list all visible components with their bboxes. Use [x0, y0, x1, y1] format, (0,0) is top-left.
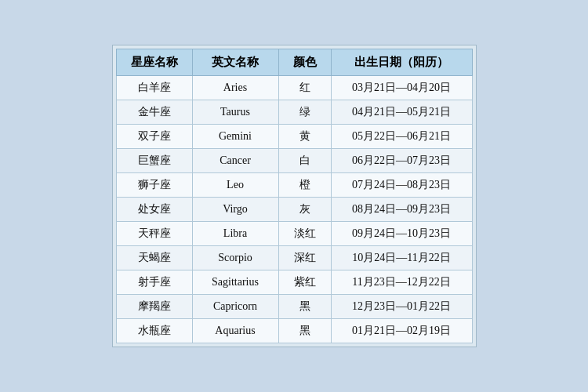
- header-english: 英文名称: [192, 49, 278, 76]
- cell-date: 11月23日—12月22日: [331, 270, 472, 295]
- header-date: 出生日期（阳历）: [331, 49, 472, 76]
- zodiac-table: 星座名称 英文名称 颜色 出生日期（阳历） 白羊座Aries红03月21日—04…: [116, 49, 473, 343]
- cell-english: Leo: [192, 173, 278, 198]
- table-row: 处女座Virgo灰08月24日—09月23日: [116, 198, 472, 222]
- cell-english: Capricorn: [192, 295, 278, 319]
- cell-chinese: 巨蟹座: [116, 149, 192, 173]
- zodiac-table-container: 星座名称 英文名称 颜色 出生日期（阳历） 白羊座Aries红03月21日—04…: [112, 45, 477, 347]
- header-chinese: 星座名称: [116, 49, 192, 76]
- cell-color: 白: [278, 149, 331, 173]
- cell-english: Scorpio: [192, 246, 278, 270]
- cell-chinese: 白羊座: [116, 76, 192, 100]
- cell-date: 09月24日—10月23日: [331, 222, 472, 246]
- table-row: 狮子座Leo橙07月24日—08月23日: [116, 173, 472, 198]
- table-row: 摩羯座Capricorn黑12月23日—01月22日: [116, 295, 472, 319]
- cell-color: 绿: [278, 100, 331, 125]
- cell-chinese: 双子座: [116, 125, 192, 149]
- cell-english: Sagittarius: [192, 270, 278, 295]
- table-row: 巨蟹座Cancer白06月22日—07月23日: [116, 149, 472, 173]
- cell-color: 红: [278, 76, 331, 100]
- cell-english: Cancer: [192, 149, 278, 173]
- table-row: 水瓶座Aquarius黑01月21日—02月19日: [116, 319, 472, 343]
- cell-chinese: 天蝎座: [116, 246, 192, 270]
- cell-date: 10月24日—11月22日: [331, 246, 472, 270]
- cell-color: 黑: [278, 295, 331, 319]
- cell-date: 06月22日—07月23日: [331, 149, 472, 173]
- cell-english: Aquarius: [192, 319, 278, 343]
- cell-color: 深红: [278, 246, 331, 270]
- cell-date: 05月22日—06月21日: [331, 125, 472, 149]
- table-row: 天蝎座Scorpio深红10月24日—11月22日: [116, 246, 472, 270]
- cell-chinese: 摩羯座: [116, 295, 192, 319]
- cell-chinese: 金牛座: [116, 100, 192, 125]
- cell-english: Gemini: [192, 125, 278, 149]
- cell-chinese: 处女座: [116, 198, 192, 222]
- cell-english: Libra: [192, 222, 278, 246]
- cell-color: 淡红: [278, 222, 331, 246]
- cell-color: 黑: [278, 319, 331, 343]
- cell-color: 灰: [278, 198, 331, 222]
- cell-chinese: 水瓶座: [116, 319, 192, 343]
- table-row: 天秤座Libra淡红09月24日—10月23日: [116, 222, 472, 246]
- cell-date: 12月23日—01月22日: [331, 295, 472, 319]
- cell-date: 01月21日—02月19日: [331, 319, 472, 343]
- cell-color: 橙: [278, 173, 331, 198]
- cell-date: 03月21日—04月20日: [331, 76, 472, 100]
- cell-date: 08月24日—09月23日: [331, 198, 472, 222]
- table-header-row: 星座名称 英文名称 颜色 出生日期（阳历）: [116, 49, 472, 76]
- table-row: 射手座Sagittarius紫红11月23日—12月22日: [116, 270, 472, 295]
- header-color: 颜色: [278, 49, 331, 76]
- cell-english: Aries: [192, 76, 278, 100]
- cell-color: 黄: [278, 125, 331, 149]
- cell-date: 04月21日—05月21日: [331, 100, 472, 125]
- cell-english: Taurus: [192, 100, 278, 125]
- cell-english: Virgo: [192, 198, 278, 222]
- cell-chinese: 狮子座: [116, 173, 192, 198]
- table-row: 金牛座Taurus绿04月21日—05月21日: [116, 100, 472, 125]
- cell-chinese: 天秤座: [116, 222, 192, 246]
- table-row: 白羊座Aries红03月21日—04月20日: [116, 76, 472, 100]
- cell-chinese: 射手座: [116, 270, 192, 295]
- table-row: 双子座Gemini黄05月22日—06月21日: [116, 125, 472, 149]
- cell-date: 07月24日—08月23日: [331, 173, 472, 198]
- cell-color: 紫红: [278, 270, 331, 295]
